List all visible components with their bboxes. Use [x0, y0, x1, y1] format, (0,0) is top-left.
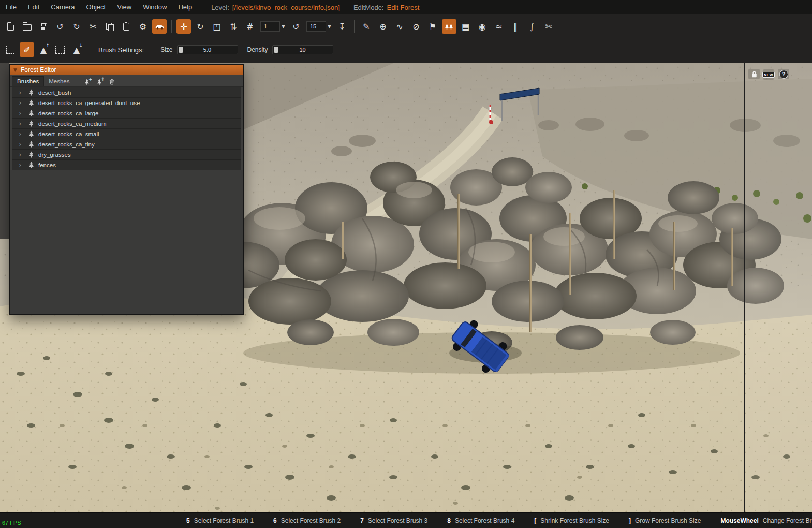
open-folder-button[interactable] [20, 19, 34, 34]
chevron-right-icon[interactable]: › [17, 162, 24, 169]
chevron-right-icon[interactable]: › [17, 151, 24, 158]
main-toolbar: ↺ ↻ ✂ ⚙ ✛ ↻ ◳ ⇅ # 1 ▼ ↺ 15 ▼ ↧ ✎ ⊕ ∿ ⊘ ⚑… [2, 16, 812, 37]
drop-to-ground-button[interactable]: ↧ [335, 19, 349, 34]
brush-row-dry-grasses[interactable]: › dry_grasses [12, 150, 241, 160]
chevron-right-icon[interactable]: › [17, 141, 24, 148]
grid-snap-button[interactable]: # [243, 19, 257, 34]
eraser-icon: ⊘ [412, 22, 419, 32]
terrain-cut-button[interactable]: ✄ [541, 19, 556, 34]
hint-brush-1: 5Select Forest Brush 1 [186, 517, 254, 524]
decal-tool-button[interactable]: ◉ [475, 19, 490, 34]
level-path-link[interactable]: [/levels/kinvo_rock_course/info.json] [232, 4, 340, 11]
cut-button[interactable]: ✂ [86, 19, 100, 34]
fps-counter: 67 FPS [2, 520, 21, 526]
brush-row-desert-rocks-large[interactable]: › desert_rocks_ca_large [12, 108, 241, 119]
brush-row-desert-rocks-medium[interactable]: › desert_rocks_ca_medium [12, 119, 241, 129]
menu-object[interactable]: Object [81, 0, 112, 14]
grid-icon: # [246, 22, 253, 32]
paint-brush-button[interactable]: ✐ [20, 42, 34, 57]
region-select-button[interactable] [53, 42, 67, 57]
new-badge-button[interactable]: NEW [763, 69, 774, 80]
flag-icon: ⚑ [429, 22, 436, 32]
lasso-icon: ∿ [396, 22, 403, 32]
new-file-button[interactable] [3, 19, 18, 34]
status-bar: 67 FPS 5Select Forest Brush 1 6Select Fo… [0, 512, 812, 528]
forest-editor-panel: ▼ Forest Editor Brushes Meshes + ↑ › des… [9, 64, 244, 315]
brush-row-desert-bush[interactable]: › desert_bush [12, 87, 241, 98]
angle-snap-select[interactable]: 15 [306, 21, 326, 32]
draw-tool-button[interactable]: ✎ [359, 19, 374, 34]
raise-terrain-button[interactable]: ▲↑ [36, 42, 51, 57]
chevron-right-icon[interactable]: › [17, 130, 24, 138]
density-slider[interactable]: 10 [272, 45, 333, 54]
paste-button[interactable] [119, 19, 134, 34]
undo-icon: ↺ [56, 22, 63, 32]
undo-button[interactable]: ↺ [53, 19, 67, 34]
add-object-button[interactable]: ⊕ [376, 19, 390, 34]
eraser-tool-button[interactable]: ⊘ [409, 19, 423, 34]
flag-tool-button[interactable]: ⚑ [425, 19, 440, 34]
help-button[interactable]: ? [778, 69, 789, 79]
settings-button[interactable]: ⚙ [136, 19, 150, 34]
transform-space-button[interactable]: ◳ [210, 19, 224, 34]
hint-mousewheel: MouseWheelChange Forest Brush Size [720, 517, 812, 524]
copy-button[interactable] [102, 19, 117, 34]
tree-icon [28, 120, 35, 127]
lasso-tool-button[interactable]: ∿ [392, 19, 407, 34]
forest-editor-titlebar[interactable]: ▼ Forest Editor [10, 65, 243, 75]
menu-help[interactable]: Help [172, 0, 198, 14]
brush-row-desert-rocks-tiny[interactable]: › desert_rocks_ca_tiny [12, 139, 241, 150]
lock-button[interactable] [748, 69, 760, 79]
brush-row-desert-rocks-generated[interactable]: › desert_rocks_ca_generated_dont_use [12, 98, 241, 108]
chevron-right-icon[interactable]: › [17, 120, 24, 127]
tab-brushes[interactable]: Brushes [12, 76, 44, 86]
size-label: Size [160, 46, 172, 53]
layers-icon: ▤ [462, 22, 469, 32]
menu-view[interactable]: View [111, 0, 137, 14]
grid-size-select[interactable]: 1 [260, 21, 280, 32]
redo-button[interactable]: ↻ [69, 19, 84, 34]
tab-meshes[interactable]: Meshes [44, 77, 74, 86]
brush-row-fences[interactable]: › fences [12, 160, 241, 170]
promote-brush-button[interactable]: ↑ [94, 77, 105, 86]
chevron-right-icon[interactable]: › [17, 99, 24, 107]
collapse-triangle-icon[interactable]: ▼ [13, 67, 17, 72]
toolbar-separator [354, 20, 355, 33]
snap-axis-button[interactable]: ⇅ [226, 19, 241, 34]
menu-window[interactable]: Window [137, 0, 172, 14]
menu-camera[interactable]: Camera [45, 0, 80, 14]
forest-editor-button[interactable] [442, 19, 456, 34]
lower-terrain-button[interactable]: ▲↓ [69, 42, 84, 57]
rotate-snap-button[interactable]: ↺ [289, 19, 303, 34]
delete-brush-button[interactable] [106, 77, 117, 86]
keybind-hints: 5Select Forest Brush 1 6Select Forest Br… [186, 513, 812, 528]
water-tool-button[interactable]: ≈ [492, 19, 506, 34]
editmode-label: EditMode: [353, 4, 384, 11]
question-icon: ? [779, 70, 788, 79]
translate-tool-button[interactable]: ✛ [176, 19, 191, 34]
gear-icon: ⚙ [139, 22, 146, 32]
menu-file[interactable]: File [0, 0, 22, 14]
save-button[interactable] [36, 19, 51, 34]
rotate-icon: ↻ [197, 22, 203, 32]
editmode-value[interactable]: Edit Forest [387, 4, 420, 11]
area-select-button[interactable] [3, 42, 18, 57]
brush-row-desert-rocks-small[interactable]: › desert_rocks_ca_small [12, 129, 241, 139]
layers-tool-button[interactable]: ▤ [459, 19, 473, 34]
chevron-right-icon[interactable]: › [17, 89, 24, 96]
tree-icon [28, 141, 35, 148]
size-slider[interactable]: 5.0 [177, 45, 238, 54]
brush-row-label: desert_rocks_ca_small [38, 131, 99, 137]
vehicle-mode-button[interactable] [152, 19, 167, 34]
road-tool-button[interactable]: ‖ [508, 19, 523, 34]
menu-edit[interactable]: Edit [22, 0, 45, 14]
spline-tool-button[interactable]: ∫ [525, 19, 539, 34]
rotate-tool-button[interactable]: ↻ [193, 19, 208, 34]
tree-icon [28, 110, 35, 116]
add-brush-button[interactable]: + [81, 77, 93, 86]
grid-size-caret-icon[interactable]: ▼ [282, 24, 285, 29]
new-file-icon [7, 22, 14, 31]
angle-snap-caret-icon[interactable]: ▼ [328, 24, 331, 29]
chevron-right-icon[interactable]: › [17, 110, 24, 117]
add-circle-icon: ⊕ [379, 22, 386, 32]
